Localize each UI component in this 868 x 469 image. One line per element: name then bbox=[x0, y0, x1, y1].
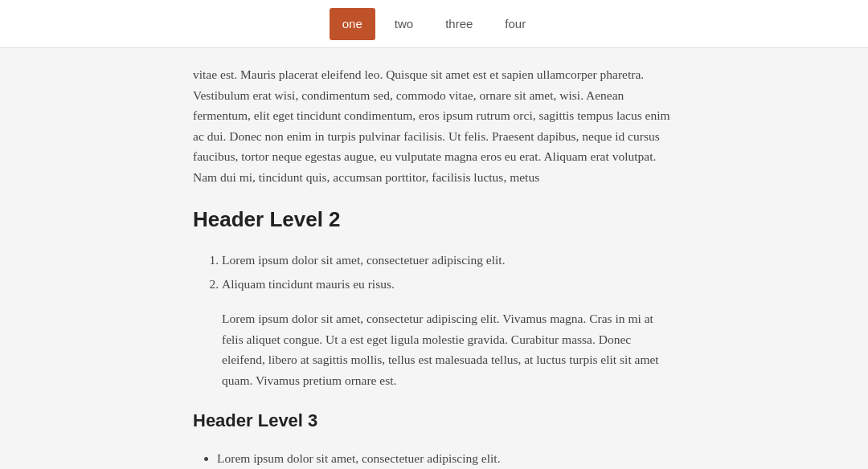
nav-item-two[interactable]: two bbox=[382, 8, 426, 40]
nav-item-one[interactable]: one bbox=[330, 8, 375, 40]
ordered-list: Lorem ipsum dolor sit amet, consectetuer… bbox=[193, 250, 675, 294]
block-paragraph-text: Lorem ipsum dolor sit amet, consectetur … bbox=[222, 308, 675, 390]
intro-paragraph: vitae est. Mauris placerat eleifend leo.… bbox=[193, 64, 675, 187]
ul-item-1: Lorem ipsum dolor sit amet, consectetuer… bbox=[217, 448, 675, 469]
ol-item-1: Lorem ipsum dolor sit amet, consectetuer… bbox=[222, 250, 675, 271]
nav-items: onetwothreefour bbox=[330, 8, 538, 40]
ol-item-2: Aliquam tincidunt mauris eu risus. bbox=[222, 274, 675, 295]
navigation: onetwothreefour bbox=[0, 0, 868, 48]
nav-item-three[interactable]: three bbox=[432, 8, 485, 40]
main-content: vitae est. Mauris placerat eleifend leo.… bbox=[177, 48, 691, 469]
block-paragraph: Lorem ipsum dolor sit amet, consectetur … bbox=[222, 308, 675, 390]
nav-item-four[interactable]: four bbox=[492, 8, 538, 40]
unordered-list: Lorem ipsum dolor sit amet, consectetuer… bbox=[193, 448, 675, 469]
header-level-2: Header Level 2 bbox=[193, 203, 675, 237]
header-level-3: Header Level 3 bbox=[193, 406, 675, 434]
